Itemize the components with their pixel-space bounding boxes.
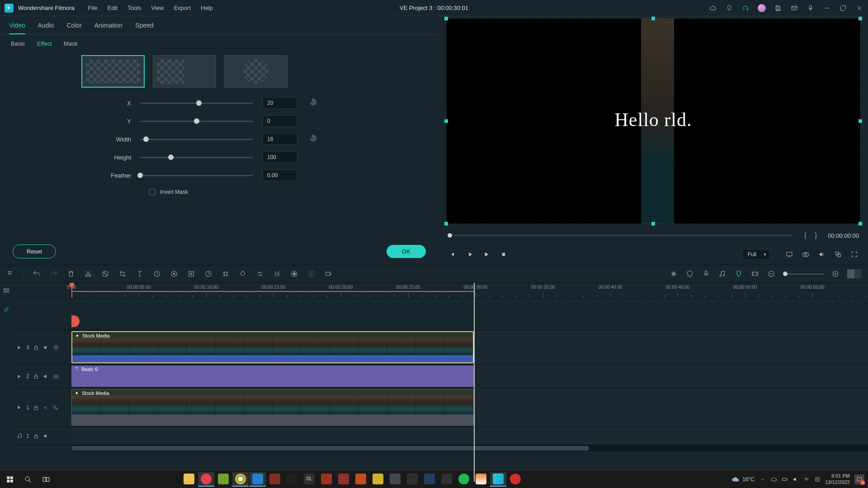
tab-color[interactable]: Color [66,22,81,34]
cloud-icon[interactable] [709,4,717,12]
taskbar-app[interactable] [421,472,438,487]
taskbar-app[interactable] [198,472,214,487]
voice-icon[interactable] [702,269,711,278]
slider-width[interactable] [140,139,253,140]
lock-icon[interactable] [33,404,39,411]
taskview-icon[interactable] [40,473,52,486]
weather-widget[interactable]: 16°C [731,475,755,483]
slider-width-value[interactable]: 16 [262,133,297,145]
system-clock[interactable]: 8:01 PM 13/12/2022 [825,473,850,486]
slider-y[interactable] [140,121,253,122]
preview-scrubber[interactable] [448,235,793,236]
mic-icon[interactable] [807,4,815,12]
mute-icon[interactable] [43,433,49,439]
snapshot-icon[interactable] [801,250,810,259]
marker-icon[interactable] [734,269,743,278]
render-icon[interactable] [324,269,333,278]
tab-audio[interactable]: Audio [38,22,54,34]
menu-view[interactable]: View [151,5,164,11]
mask-preset-full[interactable] [81,55,145,88]
tray-battery-icon[interactable] [782,476,788,483]
tray-onedrive-icon[interactable] [771,476,777,483]
mark-in-button[interactable]: { [802,231,808,239]
mail-icon[interactable] [790,4,798,12]
save-icon[interactable] [774,4,782,12]
selection-handle[interactable] [859,119,862,123]
zoom-out-icon[interactable] [767,269,776,278]
slider-x[interactable] [140,103,253,104]
visibility-icon[interactable] [53,344,59,351]
selection-handle[interactable] [651,17,655,20]
taskbar-app[interactable] [456,472,472,487]
taskbar-app[interactable] [318,472,335,487]
minimize-icon[interactable] [823,4,831,12]
lock-icon[interactable] [33,373,39,380]
view-toggle[interactable] [847,269,862,278]
stop-button[interactable] [499,250,508,259]
clip-title[interactable]: Basic 6 [71,366,474,387]
menu-help[interactable]: Help [201,5,213,11]
taskbar-app[interactable] [370,472,386,487]
menu-edit[interactable]: Edit [108,5,118,11]
audio-adjust-icon[interactable] [273,269,282,278]
playhead-end[interactable] [474,283,475,482]
taskbar-app[interactable] [215,472,231,487]
export2-icon[interactable] [307,269,316,278]
taskbar-app[interactable]: DL [301,472,317,487]
slider-y-value[interactable]: 0 [262,115,297,127]
mute-icon[interactable] [43,344,49,351]
maximize-icon[interactable] [839,4,847,12]
sparkle-icon[interactable] [669,269,678,278]
reset-button[interactable]: Reset [13,244,56,258]
volume-icon[interactable] [817,250,826,259]
tray-lang-icon[interactable] [814,476,821,483]
selection-handle[interactable] [651,222,655,225]
search-icon[interactable] [22,473,34,486]
play-pause-button[interactable] [465,250,474,259]
crop-icon[interactable] [118,269,127,278]
subtab-effect[interactable]: Effect [37,40,52,47]
taskbar-app[interactable] [387,472,403,487]
notifications-icon[interactable] [854,474,864,484]
cut-icon[interactable] [84,269,93,278]
speed-icon[interactable] [152,269,161,278]
record-icon[interactable] [290,269,299,278]
delete-icon[interactable] [66,269,75,278]
reset-xy-icon[interactable] [309,98,319,108]
adjust-icon[interactable] [255,269,264,278]
drop-icon[interactable] [238,269,247,278]
mask-preset-half[interactable] [153,55,216,88]
preview-canvas[interactable]: Hello rld. [446,18,861,224]
selection-handle[interactable] [859,222,862,225]
shield-icon[interactable] [685,269,694,278]
quality-select[interactable]: Full [742,249,770,260]
taskbar-app[interactable] [267,472,283,487]
tab-speed[interactable]: Speed [135,22,153,34]
tl-link-icon[interactable] [0,303,13,316]
taskbar-app[interactable] [439,472,455,487]
taskbar-app[interactable] [250,472,266,487]
visibility-icon[interactable] [53,373,59,380]
keyframe-icon[interactable] [221,269,230,278]
invert-mask-checkbox[interactable] [149,189,156,195]
tray-wifi-icon[interactable] [803,476,810,483]
headset-icon[interactable] [741,4,750,12]
clip-video-2[interactable]: Stock Media [71,389,474,426]
close-icon[interactable] [855,4,863,12]
slider-height-value[interactable]: 100 [262,151,297,163]
mute-icon[interactable] [43,404,49,411]
tl-manage-icon[interactable] [0,284,13,297]
fullscreen-icon[interactable] [850,250,859,259]
text-icon[interactable] [135,269,144,278]
clock-icon[interactable] [204,269,213,278]
taskbar-app[interactable] [284,472,300,487]
lock-icon[interactable] [33,344,39,351]
menu-file[interactable]: File [88,5,98,11]
redo-icon[interactable] [49,269,58,278]
taskbar-app[interactable] [353,472,369,487]
slider-feather-value[interactable]: 0.00 [262,169,297,181]
fit-icon[interactable] [750,269,760,278]
selection-handle[interactable] [444,119,448,123]
subtab-mask[interactable]: Mask [64,40,78,47]
undo-icon[interactable] [32,269,41,278]
